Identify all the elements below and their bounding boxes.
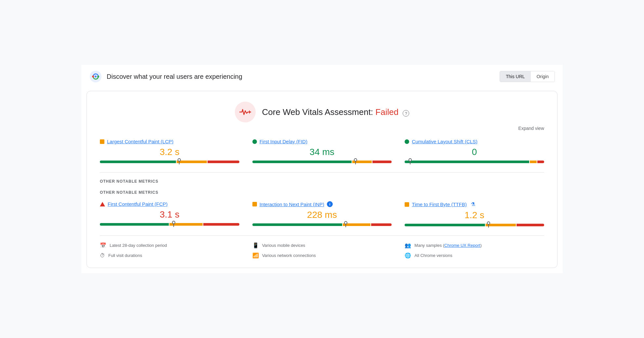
svg-point-3 [97,76,99,77]
metric-value-fid: 34 ms [252,147,392,157]
progress-bar [252,223,392,226]
metric-name-inp[interactable]: Interaction to Next Paint (INP) [260,202,324,207]
metric-value-inp: 228 ms [252,210,392,220]
metric-item-inp: Interaction to Next Paint (INP)i228 ms [252,201,392,226]
vitals-icon [239,108,251,116]
assessment-icon [235,102,256,122]
progress-bar [100,223,239,226]
logo-icon [89,70,102,83]
bar-needle-circle [354,158,357,162]
progress-bar [100,161,239,163]
footer-item-text-wrap: Many samples (Chrome UX Report) [414,243,482,248]
footer-item-5: 🌐All Chrome versions [405,252,544,259]
progress-bar [405,161,544,163]
main-card: Core Web Vitals Assessment: Failed ? Exp… [87,91,557,268]
bar-needle [345,222,346,227]
footer-item-icon: 👥 [405,242,411,248]
metric-item-cls: Cumulative Layout Shift (CLS)0 [405,139,544,163]
this-url-button[interactable]: This URL [500,71,530,82]
metric-name-fid[interactable]: First Input Delay (FID) [260,139,308,144]
metric-status-dot [252,139,257,144]
footer-item-text: All Chrome versions [414,253,452,258]
footer-item-2: 👥Many samples (Chrome UX Report) [405,242,544,248]
metric-value-cls: 0 [405,147,544,157]
bar-red-segment [517,224,544,226]
bar-needle [173,222,174,227]
bar-red-segment [208,161,239,163]
other-metrics-label: OTHER NOTABLE METRICS [100,179,544,184]
core-metrics-grid: Largest Contentful Paint (LCP)3.2 sFirst… [100,139,544,163]
footer-item-icon: ⏱ [100,253,105,259]
footer-item-3: ⏱Full visit durations [100,252,239,259]
metric-item-fid: First Input Delay (FID)34 ms [252,139,392,163]
metric-label-row: Largest Contentful Paint (LCP) [100,139,239,144]
metric-status-dot [100,202,105,206]
header-title: Discover what your real users are experi… [107,73,242,80]
assessment-title-wrap: Core Web Vitals Assessment: Failed ? [262,107,409,117]
footer-item-0: 📅Latest 28-day collection period [100,242,239,248]
other-metrics-grid: First Contentful Paint (FCP)3.1 sInterac… [100,201,544,226]
bar-orange-segment [177,161,207,163]
bar-green-segment [252,161,352,163]
metric-name-fcp[interactable]: First Contentful Paint (FCP) [108,201,168,207]
metric-item-ttfb: Time to First Byte (TTFB)⚗1.2 s [405,201,544,226]
bar-green-segment [100,161,176,163]
metric-value-lcp: 3.2 s [100,147,239,157]
svg-point-2 [92,76,94,77]
bar-needle-circle [344,221,347,224]
bar-needle-circle [178,158,181,162]
footer-item-icon: 🌐 [405,252,411,259]
metric-value-fcp: 3.1 s [100,209,239,220]
footer-item-icon: 📱 [252,242,259,248]
bar-red-segment [372,161,392,163]
metric-status-dot [252,202,257,206]
footer-item-text: Latest 28-day collection period [110,243,167,248]
bar-red-segment [371,223,392,226]
footer-item-text: Various network connections [262,253,316,258]
bar-needle-circle [487,221,490,225]
expand-view-link[interactable]: Expand view [100,126,544,131]
section-divider [100,172,544,173]
metric-label-row: Interaction to Next Paint (INP)i [252,201,392,207]
svg-point-1 [95,76,97,77]
footer-item-icon: 📅 [100,242,106,248]
footer-item-4: 📶Various network connections [252,252,392,259]
origin-button[interactable]: Origin [531,71,555,82]
url-toggle: This URL Origin [500,71,555,82]
bar-red-segment [537,161,544,163]
bar-needle [488,222,489,228]
metric-label-row: First Input Delay (FID) [252,139,392,144]
progress-bar [405,224,544,226]
bar-green-segment [405,161,529,163]
bar-needle-circle [409,158,412,162]
metric-status-dot [100,139,104,144]
bar-green-segment [252,223,342,226]
bar-needle-circle [172,221,175,224]
metric-name-lcp[interactable]: Largest Contentful Paint (LCP) [107,139,173,144]
footer-item-text: Many samples ( [414,243,444,248]
footer-item-link[interactable]: Chrome UX Report [444,243,480,248]
metric-item-lcp: Largest Contentful Paint (LCP)3.2 s [100,139,239,163]
svg-marker-4 [249,110,250,114]
metric-label-row: Time to First Byte (TTFB)⚗ [405,201,544,207]
bar-green-segment [100,223,169,226]
bar-red-segment [203,223,239,226]
assessment-help-icon[interactable]: ? [403,110,409,117]
metric-status-dot [405,202,409,207]
metric-status-dot [405,139,409,144]
bar-needle [355,159,356,164]
bar-needle [179,159,180,164]
bar-orange-segment [486,224,516,226]
metric-name-ttfb[interactable]: Time to First Byte (TTFB) [412,202,467,207]
metric-name-cls[interactable]: Cumulative Layout Shift (CLS) [412,139,477,144]
other-metrics-label-text: OTHER NOTABLE METRICS [100,190,544,195]
bar-orange-segment [530,161,537,163]
bar-green-segment [405,224,485,226]
bar-needle [410,159,410,164]
metric-label-row: Cumulative Layout Shift (CLS) [405,139,544,144]
footer-item-text-after: ) [480,243,482,248]
beaker-icon[interactable]: ⚗ [471,201,475,207]
info-icon[interactable]: i [327,201,333,207]
header: Discover what your real users are experi… [81,65,563,88]
metric-item-fcp: First Contentful Paint (FCP)3.1 s [100,201,239,226]
